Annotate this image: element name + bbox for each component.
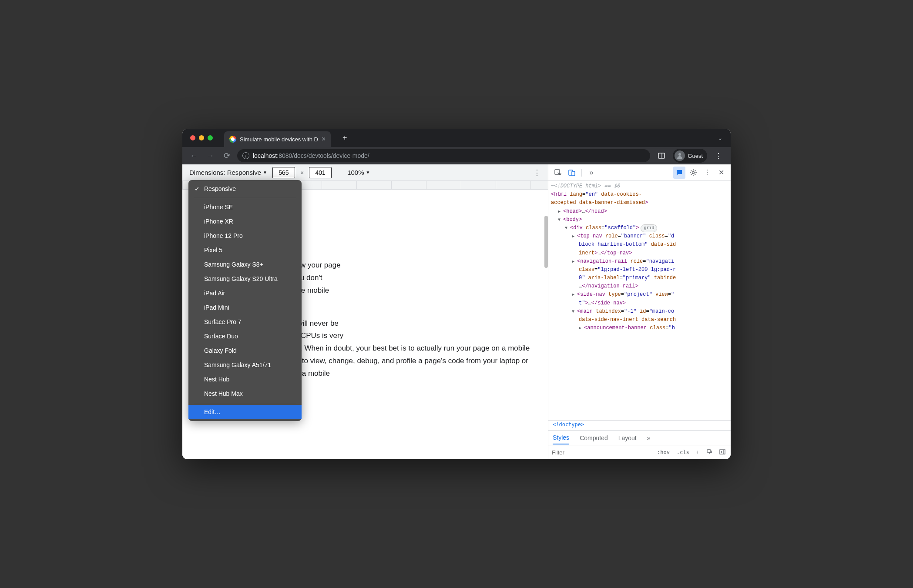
dimension-separator: ×: [300, 169, 304, 176]
svg-rect-7: [707, 450, 711, 452]
device-item[interactable]: Surface Pro 7: [188, 315, 302, 329]
profile-label: Guest: [688, 153, 703, 159]
doctype-node[interactable]: <!DOCTYPE html>: [554, 183, 601, 189]
more-tabs-button[interactable]: »: [585, 167, 597, 179]
device-item-edit[interactable]: Edit…: [188, 405, 302, 419]
tab-title: Simulate mobile devices with D: [240, 136, 318, 143]
back-button[interactable]: ←: [188, 150, 200, 162]
device-item[interactable]: Galaxy Fold: [188, 344, 302, 358]
device-item[interactable]: Samsung Galaxy S20 Ultra: [188, 272, 302, 286]
tab-styles[interactable]: Styles: [553, 431, 569, 444]
window-minimize-button[interactable]: [199, 135, 204, 140]
divider: [581, 169, 582, 177]
device-item[interactable]: iPhone SE: [188, 200, 302, 214]
styles-toolbar: :hov .cls +: [548, 445, 731, 459]
inspect-element-icon[interactable]: [552, 167, 564, 179]
devtools-panel: » ⋮ ✕ ⋯<!DOCTYPE html> == $0 <html lang=…: [548, 164, 731, 459]
devtools-menu-button[interactable]: ⋮: [701, 167, 713, 179]
new-tab-button[interactable]: +: [339, 132, 351, 144]
selected-hint: == $0: [604, 183, 620, 189]
device-toolbar-more-button[interactable]: ⋮: [533, 168, 541, 177]
address-bar-actions: Guest ⋮: [655, 149, 725, 163]
settings-icon[interactable]: [687, 167, 699, 179]
feedback-icon[interactable]: [673, 167, 685, 179]
device-item[interactable]: iPad Air: [188, 286, 302, 301]
height-input[interactable]: [309, 167, 332, 178]
svg-rect-0: [658, 153, 665, 158]
address-bar: ← → ⟳ i localhost:8080/docs/devtools/dev…: [182, 147, 731, 164]
device-item[interactable]: iPad Mini: [188, 301, 302, 315]
browser-menu-button[interactable]: ⋮: [712, 149, 725, 163]
styles-filter-input[interactable]: [552, 449, 652, 456]
device-item[interactable]: Nest Hub: [188, 372, 302, 387]
forward-button[interactable]: →: [204, 150, 216, 162]
browser-window: Simulate mobile devices with D × + ⌄ ← →…: [182, 129, 731, 459]
avatar-icon: [675, 150, 685, 161]
svg-rect-5: [572, 171, 575, 176]
device-toolbar: Dimensions: Responsive ▼ × 100% ▼ ⋮ Resp…: [182, 164, 548, 181]
new-style-button[interactable]: +: [695, 449, 701, 455]
device-item[interactable]: iPhone 12 Pro: [188, 229, 302, 243]
dimensions-dropdown[interactable]: Dimensions: Responsive ▼: [189, 169, 267, 176]
more-tabs-button[interactable]: »: [647, 432, 651, 444]
tab-close-button[interactable]: ×: [322, 135, 326, 143]
scrollbar-thumb[interactable]: [544, 216, 548, 268]
chevron-down-icon: ▼: [366, 170, 370, 175]
window-maximize-button[interactable]: [208, 135, 213, 140]
device-item[interactable]: Surface Duo: [188, 329, 302, 344]
tab-computed[interactable]: Computed: [580, 432, 608, 444]
dimensions-label: Dimensions: Responsive: [189, 169, 261, 176]
devtools-close-button[interactable]: ✕: [715, 167, 727, 179]
elements-tree[interactable]: ⋯<!DOCTYPE html> == $0 <html lang="en" d…: [548, 181, 731, 420]
device-item[interactable]: iPhone XR: [188, 214, 302, 229]
divider: [194, 198, 296, 198]
chevron-down-icon: ▼: [263, 170, 267, 175]
tabs-overflow-button[interactable]: ⌄: [718, 134, 723, 141]
tab-layout[interactable]: Layout: [618, 432, 637, 444]
hov-button[interactable]: :hov: [655, 449, 671, 455]
device-item[interactable]: Samsung Galaxy S8+: [188, 257, 302, 272]
svg-point-6: [692, 171, 695, 174]
url-text: localhost:8080/docs/devtools/device-mode…: [253, 152, 369, 159]
cls-button[interactable]: .cls: [675, 449, 691, 455]
device-item-responsive[interactable]: Responsive: [188, 182, 302, 196]
profile-chip[interactable]: Guest: [673, 149, 707, 163]
zoom-value: 100%: [347, 169, 364, 176]
device-list-dropdown: Responsive iPhone SE iPhone XR iPhone 12…: [188, 180, 302, 421]
device-toolbar-toggle-icon[interactable]: [566, 167, 578, 179]
zoom-dropdown[interactable]: 100% ▼: [347, 169, 370, 176]
site-info-icon[interactable]: i: [242, 152, 249, 159]
window-close-button[interactable]: [190, 135, 195, 140]
device-item[interactable]: Nest Hub Max: [188, 387, 302, 401]
page-area: Dimensions: Responsive ▼ × 100% ▼ ⋮ Resp…: [182, 164, 548, 459]
elements-breadcrumb[interactable]: <!doctype>: [548, 420, 731, 431]
paint-icon[interactable]: [705, 449, 714, 456]
reload-button[interactable]: ⟳: [221, 150, 233, 162]
svg-rect-8: [720, 450, 725, 454]
grid-badge[interactable]: grid: [641, 224, 657, 232]
url-field[interactable]: i localhost:8080/docs/devtools/device-mo…: [237, 149, 650, 162]
device-item[interactable]: Pixel 5: [188, 243, 302, 257]
styles-tabs: Styles Computed Layout »: [548, 431, 731, 445]
width-input[interactable]: [272, 167, 295, 178]
toggle-sidebar-icon[interactable]: [718, 449, 727, 456]
traffic-lights: [190, 135, 213, 140]
chrome-favicon-icon: [229, 136, 236, 143]
titlebar: Simulate mobile devices with D × + ⌄: [182, 129, 731, 147]
content-row: Dimensions: Responsive ▼ × 100% ▼ ⋮ Resp…: [182, 164, 731, 459]
device-item[interactable]: Samsung Galaxy A51/71: [188, 358, 302, 372]
browser-tab[interactable]: Simulate mobile devices with D ×: [224, 131, 331, 147]
devtools-toolbar: » ⋮ ✕: [548, 164, 731, 181]
side-panel-icon[interactable]: [655, 149, 668, 163]
svg-point-2: [678, 153, 681, 156]
divider: [194, 403, 296, 403]
